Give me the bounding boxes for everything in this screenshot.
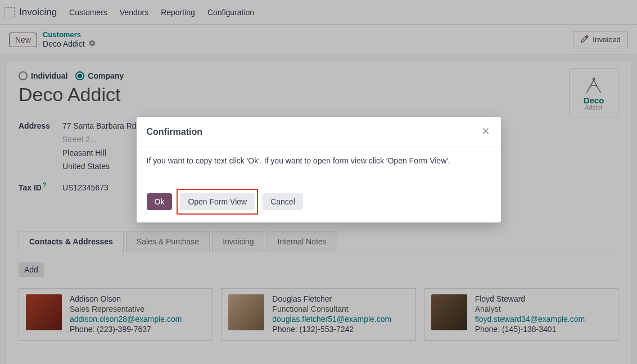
modal-backdrop[interactable]: Confirmation If you want to copy text cl… <box>0 0 637 364</box>
close-icon[interactable] <box>481 126 491 138</box>
ok-button[interactable]: Ok <box>147 193 173 210</box>
highlight-box: Open Form View <box>177 189 258 215</box>
open-form-view-button[interactable]: Open Form View <box>180 193 255 210</box>
confirmation-modal: Confirmation If you want to copy text cl… <box>137 117 501 222</box>
cancel-button[interactable]: Cancel <box>263 193 303 210</box>
modal-title: Confirmation <box>147 127 203 137</box>
modal-body: If you want to copy text click 'Ok'. If … <box>137 147 501 181</box>
